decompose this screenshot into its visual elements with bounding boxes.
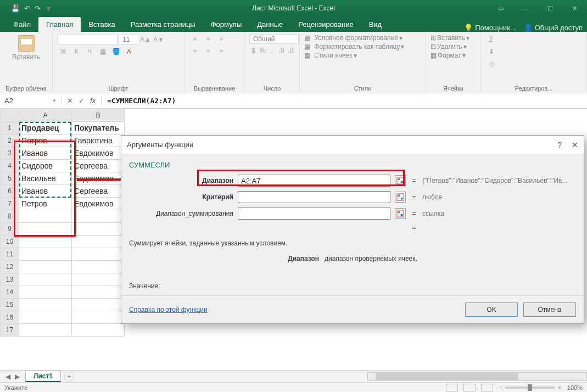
- italic-button[interactable]: К: [70, 46, 82, 57]
- tab-view[interactable]: Вид: [361, 17, 390, 32]
- cell[interactable]: Сидоров: [19, 160, 72, 172]
- range-picker-icon[interactable]: [395, 208, 406, 219]
- cell[interactable]: Петров: [19, 198, 72, 210]
- bold-button[interactable]: Ж: [57, 46, 69, 57]
- formula-input[interactable]: =СУММЕСЛИ(A2:A7): [102, 97, 181, 105]
- cell[interactable]: Продавец: [19, 122, 72, 135]
- tab-data[interactable]: Данные: [249, 17, 290, 32]
- paste-button[interactable]: Вставить: [4, 34, 48, 62]
- autosum-icon[interactable]: Σ: [485, 34, 497, 45]
- range-picker-icon[interactable]: [395, 175, 406, 186]
- percent-icon[interactable]: %: [259, 45, 267, 56]
- horizontal-scrollbar[interactable]: [367, 372, 587, 381]
- cells-delete[interactable]: ⊟ Удалить ▾: [431, 43, 476, 51]
- row-header[interactable]: 6: [1, 185, 19, 198]
- save-icon[interactable]: 💾: [11, 4, 20, 13]
- cell[interactable]: Сергеева: [72, 160, 125, 172]
- share-button[interactable]: 👤Общий доступ: [524, 24, 583, 32]
- cell[interactable]: Иванов: [19, 185, 72, 198]
- arg-input-sum-range[interactable]: [238, 208, 390, 220]
- fill-icon[interactable]: ⬇: [485, 46, 497, 57]
- cancel-formula-icon[interactable]: ✕: [67, 97, 73, 105]
- row-header[interactable]: 9: [1, 223, 19, 236]
- font-color-icon[interactable]: A: [123, 46, 135, 57]
- function-help-link[interactable]: Справка по этой функции: [129, 306, 208, 313]
- qat-customize-icon[interactable]: ▼: [45, 4, 52, 13]
- tab-review[interactable]: Рецензирование: [290, 17, 361, 32]
- clear-icon[interactable]: ◇: [485, 58, 497, 69]
- view-page-break-icon[interactable]: [481, 384, 493, 391]
- cell[interactable]: Петров: [19, 135, 72, 147]
- row-header[interactable]: 2: [1, 135, 19, 147]
- align-bottom-icon[interactable]: ≡: [215, 34, 227, 45]
- col-header-B[interactable]: B: [72, 109, 125, 122]
- align-top-icon[interactable]: ≡: [189, 34, 201, 45]
- row-header[interactable]: 4: [1, 160, 19, 172]
- help-icon[interactable]: ?: [557, 141, 562, 149]
- cells-insert[interactable]: ⊞ Вставить ▾: [431, 34, 476, 42]
- cell[interactable]: Евдокимов: [72, 147, 125, 160]
- align-middle-icon[interactable]: ≡: [202, 34, 214, 45]
- row-header[interactable]: 14: [1, 286, 19, 299]
- cell[interactable]: Гаврютина: [72, 135, 125, 147]
- tab-insert[interactable]: Вставка: [81, 17, 122, 32]
- arg-input-criteria[interactable]: [238, 191, 390, 203]
- cell[interactable]: Сергеева: [72, 185, 125, 198]
- minimize-button[interactable]: —: [513, 0, 538, 16]
- align-right-icon[interactable]: ≡: [215, 46, 227, 57]
- sheet-tab-active[interactable]: Лист1: [25, 371, 61, 382]
- row-header[interactable]: 7: [1, 198, 19, 210]
- zoom-out-icon[interactable]: −: [499, 384, 502, 391]
- font-name-select[interactable]: [57, 35, 118, 44]
- close-button[interactable]: ✕: [562, 0, 587, 16]
- range-picker-icon[interactable]: [395, 192, 406, 203]
- cell-styles[interactable]: ▦ Стили ячеек ▾: [304, 52, 421, 59]
- row-header[interactable]: 8: [1, 210, 19, 223]
- conditional-formatting[interactable]: ▦ Условное форматирование ▾: [304, 34, 421, 42]
- tab-page-layout[interactable]: Разметка страницы: [123, 17, 203, 32]
- cell[interactable]: Васильев: [19, 172, 72, 185]
- cell[interactable]: Евдокимов: [72, 198, 125, 210]
- enter-formula-icon[interactable]: ✓: [79, 97, 85, 105]
- row-header[interactable]: 11: [1, 248, 19, 261]
- cancel-button[interactable]: Отмена: [523, 303, 576, 317]
- arg-input-range[interactable]: [238, 175, 390, 187]
- dec-decimal-icon[interactable]: .0: [287, 45, 295, 56]
- underline-button[interactable]: Ч: [83, 46, 96, 57]
- comma-icon[interactable]: ,: [268, 45, 276, 56]
- view-normal-icon[interactable]: [446, 384, 458, 391]
- grow-font-icon[interactable]: A▲: [139, 34, 152, 45]
- undo-icon[interactable]: ↶: [24, 4, 30, 13]
- row-header[interactable]: 16: [1, 311, 19, 324]
- add-sheet-button[interactable]: +: [64, 372, 74, 382]
- tab-formulas[interactable]: Формулы: [203, 17, 250, 32]
- tab-file[interactable]: Файл: [5, 17, 38, 32]
- row-header[interactable]: 1: [1, 122, 19, 135]
- align-center-icon[interactable]: ≡: [202, 46, 214, 57]
- borders-icon[interactable]: ▦: [97, 46, 109, 57]
- cells-format[interactable]: ▦ Формат ▾: [431, 52, 476, 59]
- col-header-A[interactable]: A: [19, 109, 72, 122]
- sheet-nav-next-icon[interactable]: ▶: [15, 373, 20, 380]
- tab-home[interactable]: Главная: [38, 17, 81, 32]
- row-header[interactable]: 3: [1, 147, 19, 160]
- sheet-nav-prev-icon[interactable]: ◀: [5, 373, 10, 380]
- align-left-icon[interactable]: ≡: [189, 46, 201, 57]
- zoom-slider[interactable]: − +: [499, 384, 562, 391]
- row-header[interactable]: 12: [1, 261, 19, 273]
- ok-button[interactable]: OK: [465, 303, 518, 317]
- currency-icon[interactable]: $: [249, 45, 258, 56]
- ribbon-options-icon[interactable]: ▭: [488, 0, 513, 16]
- font-size-select[interactable]: 11: [119, 35, 138, 44]
- shrink-font-icon[interactable]: A▼: [153, 34, 165, 45]
- maximize-button[interactable]: ☐: [538, 0, 562, 16]
- view-page-layout-icon[interactable]: [463, 384, 476, 391]
- cell[interactable]: Евдокимов: [72, 172, 125, 185]
- zoom-in-icon[interactable]: +: [558, 384, 561, 391]
- row-header[interactable]: 13: [1, 273, 19, 286]
- row-header[interactable]: 15: [1, 299, 19, 311]
- cell[interactable]: Иванов: [19, 147, 72, 160]
- tell-me[interactable]: 💡Помощник...: [464, 24, 516, 32]
- name-box[interactable]: A2 ▼: [0, 97, 62, 105]
- zoom-level[interactable]: 100%: [567, 384, 583, 391]
